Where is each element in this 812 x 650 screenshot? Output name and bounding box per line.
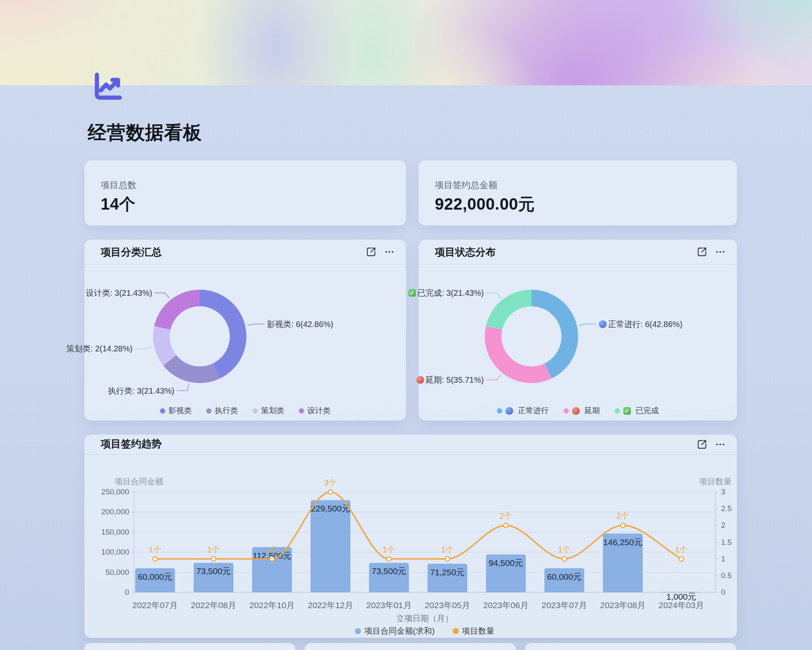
donut-label-text: 设计类: 3(21.43%) [86,287,152,298]
donut-slice-设计类[interactable] [154,290,200,330]
donut-slice-策划类[interactable] [153,326,176,365]
line-point[interactable] [562,557,567,561]
line-point[interactable] [328,490,333,494]
donut-label-已完成: ✓已完成: 3(21.43%) [408,287,484,298]
line-point-label: 1个 [266,545,278,554]
red-circle-icon [416,376,424,384]
more-icon[interactable] [383,246,395,258]
label-leader-line [486,375,501,380]
export-icon[interactable] [696,439,708,450]
line-chart-icon [89,70,127,103]
donut-label-text: 执行类: 3(21.43%) [108,385,174,396]
legend-item-项目数量[interactable]: 项目数量 [453,626,495,637]
card-project-status: 项目状态分布 正常进行延期✓已完成 正常进行: 6(42.86%)延期: 5(3… [419,240,737,420]
legend-item-正常进行[interactable]: 正常进行 [497,405,549,416]
more-icon[interactable] [714,439,726,450]
legend-item-已完成[interactable]: ✓已完成 [615,405,659,416]
stat-value: 14个 [101,193,136,215]
bar-value-label: 146,250元 [603,537,643,547]
bar-2022年08月[interactable] [194,563,233,592]
stat-label: 项目总数 [101,179,136,191]
legend-item-影视类[interactable]: 影视类 [160,405,192,416]
trend-combo-chart: 050,000100,000150,000200,000250,00000.51… [84,435,737,638]
line-point[interactable] [387,557,391,561]
x-axis-category-label: 2023年05月 [425,600,470,610]
legend-label: 项目数量 [462,626,495,637]
legend-dot [564,408,569,414]
more-icon[interactable] [714,246,726,258]
y-axis-right-tick-label: 1.5 [721,538,732,546]
bar-2024年03月[interactable] [661,592,701,592]
y-axis-right-tick-label: 3 [721,488,726,496]
legend-label: 策划类 [261,405,284,416]
y-axis-tick-label: 200,000 [101,507,129,516]
x-axis-category-label: 2022年08月 [191,600,236,610]
partial-card [84,643,295,650]
divider [84,264,406,264]
export-icon[interactable] [365,246,377,258]
partial-card [525,643,736,650]
legend-label: 延期 [585,405,600,416]
bar-2023年08月[interactable] [603,534,643,592]
donut-slice-正常进行[interactable] [531,290,578,379]
line-point-label: 3个 [324,478,337,487]
legend-item-项目合同金额(求和)[interactable]: 项目合同金额(求和) [355,626,434,637]
x-axis-category-label: 2023年08月 [600,600,646,610]
card-project-category: 项目分类汇总 影视类执行类策划类设计类 影视类: 6(42.86%)执行类: 3… [84,240,406,420]
bar-2023年06月[interactable] [486,555,526,592]
x-axis-category-label: 2023年06月 [483,600,529,610]
line-point[interactable] [212,557,216,561]
donut-label-策划类: 策划类: 2(14.28%) [66,343,132,354]
legend-item-策划类[interactable]: 策划类 [253,405,284,416]
label-leader-line [177,384,189,391]
line-point[interactable] [504,523,508,528]
left-axis-title: 项目合同金额 [114,477,163,486]
bar-value-label: 73,500元 [371,566,406,576]
bar-2022年12月[interactable] [311,500,350,592]
line-point-label: 1个 [675,545,687,554]
line-point[interactable] [270,557,274,561]
line-point-label: 1个 [207,545,220,554]
donut-slice-执行类[interactable] [163,355,220,383]
legend-dot [615,408,620,414]
line-series [155,492,681,559]
stat-card-total-projects: 项目总数 14个 [84,160,406,225]
line-point-label: 2个 [616,511,629,520]
donut-slice-延期[interactable] [485,326,552,383]
y-axis-right-tick-label: 0.5 [721,571,732,580]
export-icon[interactable] [696,246,708,258]
y-axis-right-tick-label: 2.5 [721,504,732,513]
bar-2023年01月[interactable] [369,563,409,592]
line-point[interactable] [153,557,158,561]
legend-dot [160,408,165,414]
bar-2022年10月[interactable] [252,547,292,592]
line-point[interactable] [679,557,684,561]
bar-2023年07月[interactable] [544,568,584,592]
y-axis-tick-label: 50,000 [106,568,129,576]
legend-dot [453,628,459,634]
line-point-label: 1个 [382,545,395,554]
card-title: 项目签约趋势 [101,435,162,454]
card-signing-trend: 项目签约趋势 050,000100,000150,000200,000250,0… [84,435,737,638]
donut-slice-影视类[interactable] [200,290,246,379]
chart-legend: 正常进行延期✓已完成 [419,405,737,416]
x-axis-title: 立项日期（月） [396,614,453,623]
line-point[interactable] [621,523,625,528]
line-point[interactable] [445,557,450,561]
legend-label: 设计类 [307,405,330,416]
stat-value: 922,000.00元 [435,193,535,215]
bar-2022年07月[interactable] [135,568,175,592]
stat-label: 项目签约总金额 [435,179,497,191]
legend-item-执行类[interactable]: 执行类 [206,405,238,416]
donut-slice-已完成[interactable] [486,290,531,330]
blue-circle-icon [599,320,607,328]
green-check-icon: ✓ [408,289,416,297]
legend-label: 影视类 [168,405,192,416]
y-axis-tick-label: 100,000 [101,548,129,556]
legend-item-延期[interactable]: 延期 [564,405,600,416]
bar-2023年05月[interactable] [428,564,467,592]
legend-item-设计类[interactable]: 设计类 [299,405,330,416]
legend-dot [253,408,258,414]
chart-legend: 影视类执行类策划类设计类 [84,405,406,416]
stat-card-total-amount: 项目签约总金额 922,000.00元 [419,160,737,225]
